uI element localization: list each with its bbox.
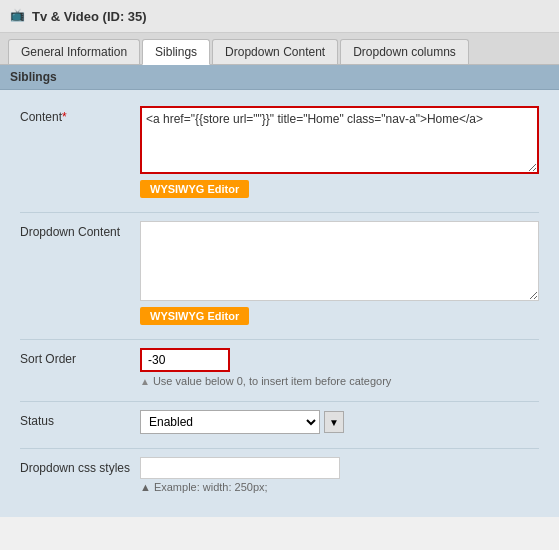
dropdown-content-control: WYSIWYG Editor — [140, 221, 539, 325]
section-title: Siblings — [10, 70, 57, 84]
tab-dropdown-columns[interactable]: Dropdown columns — [340, 39, 469, 64]
arrow-up-icon: ▲ — [140, 376, 150, 387]
sort-order-input[interactable] — [140, 348, 230, 372]
tab-dropdown-content[interactable]: Dropdown Content — [212, 39, 338, 64]
wysiwyg-button-2[interactable]: WYSIWYG Editor — [140, 307, 249, 325]
content-row: Content* WYSIWYG Editor — [20, 100, 539, 204]
css-input[interactable] — [140, 457, 340, 479]
status-label: Status — [20, 410, 140, 428]
sort-order-row: Sort Order ▲ Use value below 0, to inser… — [20, 342, 539, 393]
divider-4 — [20, 448, 539, 449]
tab-siblings[interactable]: Siblings — [142, 39, 210, 65]
select-arrow-icon[interactable]: ▼ — [324, 411, 344, 433]
dropdown-content-row: Dropdown Content WYSIWYG Editor — [20, 215, 539, 331]
css-control: ▲ Example: width: 250px; — [140, 457, 539, 493]
content-textarea[interactable] — [140, 106, 539, 174]
content-label: Content* — [20, 106, 140, 124]
sort-hint: ▲ Use value below 0, to insert item befo… — [140, 375, 539, 387]
form-area: Content* WYSIWYG Editor Dropdown Content… — [0, 90, 559, 517]
status-control: Enabled Disabled ▼ — [140, 410, 539, 434]
css-label: Dropdown css styles — [20, 457, 140, 475]
dropdown-content-label: Dropdown Content — [20, 221, 140, 239]
dropdown-content-textarea[interactable] — [140, 221, 539, 301]
tv-icon: 📺 — [10, 8, 26, 24]
tab-general-information[interactable]: General Information — [8, 39, 140, 64]
title-bar: 📺 Tv & Video (ID: 35) — [0, 0, 559, 33]
css-row: Dropdown css styles ▲ Example: width: 25… — [20, 451, 539, 499]
css-hint: ▲ Example: width: 250px; — [140, 481, 539, 493]
section-header: Siblings — [0, 65, 559, 90]
sort-input-wrapper: ▲ Use value below 0, to insert item befo… — [140, 348, 539, 387]
content-area: Siblings Content* WYSIWYG Editor Dropdow… — [0, 65, 559, 517]
sort-order-control: ▲ Use value below 0, to insert item befo… — [140, 348, 539, 387]
divider-1 — [20, 212, 539, 213]
status-row: Status Enabled Disabled ▼ — [20, 404, 539, 440]
content-control: WYSIWYG Editor — [140, 106, 539, 198]
wysiwyg-button-1[interactable]: WYSIWYG Editor — [140, 180, 249, 198]
divider-2 — [20, 339, 539, 340]
sort-order-label: Sort Order — [20, 348, 140, 366]
content-required: * — [62, 110, 67, 124]
tabs-bar: General Information Siblings Dropdown Co… — [0, 33, 559, 65]
status-select[interactable]: Enabled Disabled — [140, 410, 320, 434]
arrow-up-icon-2: ▲ — [140, 481, 151, 493]
status-select-wrapper: Enabled Disabled ▼ — [140, 410, 539, 434]
divider-3 — [20, 401, 539, 402]
page-title: Tv & Video (ID: 35) — [32, 9, 147, 24]
